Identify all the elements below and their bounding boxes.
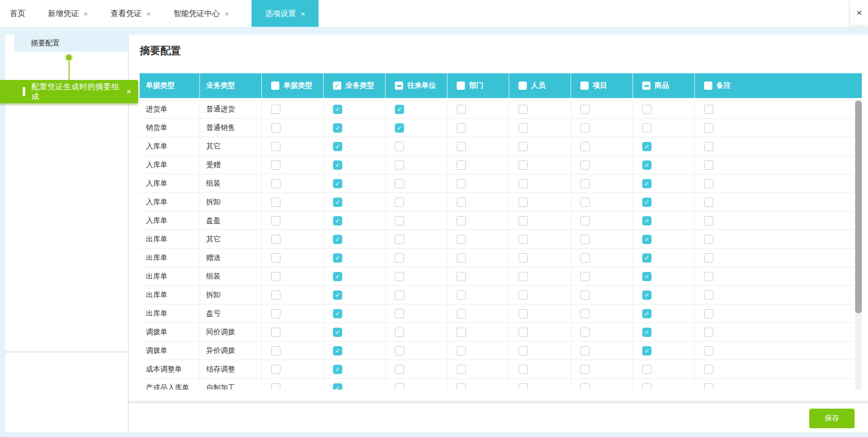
checkbox-unchecked[interactable] xyxy=(457,253,466,263)
checkbox-checked[interactable]: ✓ xyxy=(333,272,342,281)
checkbox-checked[interactable]: ✓ xyxy=(333,365,342,374)
checkbox-unchecked[interactable] xyxy=(519,142,528,151)
checkbox-unchecked[interactable] xyxy=(457,179,466,188)
checkbox-checked[interactable]: ✓ xyxy=(642,160,652,170)
checkbox-unchecked[interactable] xyxy=(580,235,590,244)
checkbox-unchecked[interactable] xyxy=(580,216,590,225)
checkbox-unchecked[interactable] xyxy=(395,309,404,318)
checkbox-unchecked[interactable] xyxy=(395,253,404,263)
checkbox-unchecked[interactable] xyxy=(580,309,590,318)
checkbox-unchecked[interactable] xyxy=(519,272,528,281)
checkbox-checked[interactable]: ✓ xyxy=(333,290,342,300)
column-select-checkbox[interactable] xyxy=(395,82,403,90)
tab-close-icon[interactable]: × xyxy=(301,9,305,18)
checkbox-unchecked[interactable] xyxy=(704,160,713,170)
checkbox-unchecked[interactable] xyxy=(519,346,528,355)
sidebar-item-summary-config[interactable]: 摘要配置 xyxy=(14,35,128,52)
checkbox-checked[interactable]: ✓ xyxy=(642,216,652,225)
checkbox-unchecked[interactable] xyxy=(271,309,280,318)
tab-close-icon[interactable]: × xyxy=(84,9,88,18)
checkbox-checked[interactable]: ✓ xyxy=(642,346,652,355)
checkbox-unchecked[interactable] xyxy=(395,179,404,188)
checkbox-checked[interactable]: ✓ xyxy=(333,160,342,170)
checkbox-checked[interactable]: ✓ xyxy=(642,235,652,244)
tooltip-close-icon[interactable]: × xyxy=(126,87,131,97)
checkbox-checked[interactable]: ✓ xyxy=(333,198,342,207)
checkbox-unchecked[interactable] xyxy=(271,290,280,300)
checkbox-unchecked[interactable] xyxy=(580,272,590,281)
checkbox-unchecked[interactable] xyxy=(395,142,404,151)
checkbox-unchecked[interactable] xyxy=(395,365,404,374)
checkbox-unchecked[interactable] xyxy=(642,383,652,390)
tab-close-icon[interactable]: × xyxy=(225,9,229,18)
checkbox-unchecked[interactable] xyxy=(580,123,590,133)
checkbox-unchecked[interactable] xyxy=(642,105,652,114)
checkbox-checked[interactable]: ✓ xyxy=(333,328,342,337)
column-select-checkbox[interactable] xyxy=(457,82,465,90)
checkbox-unchecked[interactable] xyxy=(704,309,713,318)
checkbox-unchecked[interactable] xyxy=(395,328,404,337)
checkbox-checked[interactable]: ✓ xyxy=(333,383,342,390)
checkbox-unchecked[interactable] xyxy=(457,198,466,207)
checkbox-unchecked[interactable] xyxy=(704,235,713,244)
checkbox-unchecked[interactable] xyxy=(580,142,590,151)
checkbox-checked[interactable]: ✓ xyxy=(642,272,652,281)
checkbox-unchecked[interactable] xyxy=(580,105,590,114)
checkbox-unchecked[interactable] xyxy=(457,290,466,300)
checkbox-unchecked[interactable] xyxy=(457,123,466,133)
checkbox-unchecked[interactable] xyxy=(704,383,713,390)
checkbox-unchecked[interactable] xyxy=(580,198,590,207)
checkbox-unchecked[interactable] xyxy=(580,160,590,170)
checkbox-unchecked[interactable] xyxy=(704,142,713,151)
checkbox-unchecked[interactable] xyxy=(704,123,713,133)
checkbox-checked[interactable]: ✓ xyxy=(333,123,342,133)
checkbox-unchecked[interactable] xyxy=(271,105,280,114)
tab-new-voucher[interactable]: 新增凭证× xyxy=(48,0,88,27)
checkbox-unchecked[interactable] xyxy=(457,105,466,114)
checkbox-checked[interactable]: ✓ xyxy=(333,235,342,244)
checkbox-checked[interactable]: ✓ xyxy=(395,105,404,114)
checkbox-checked[interactable]: ✓ xyxy=(642,290,652,300)
checkbox-unchecked[interactable] xyxy=(271,235,280,244)
column-select-checkbox[interactable] xyxy=(580,82,589,90)
checkbox-unchecked[interactable] xyxy=(580,179,590,188)
checkbox-unchecked[interactable] xyxy=(519,328,528,337)
window-close-button[interactable]: × xyxy=(850,0,868,25)
checkbox-unchecked[interactable] xyxy=(519,179,528,188)
checkbox-unchecked[interactable] xyxy=(704,272,713,281)
checkbox-unchecked[interactable] xyxy=(519,216,528,225)
column-select-checkbox[interactable] xyxy=(519,82,527,90)
checkbox-unchecked[interactable] xyxy=(271,123,280,133)
checkbox-checked[interactable]: ✓ xyxy=(333,142,342,151)
checkbox-unchecked[interactable] xyxy=(457,160,466,170)
checkbox-unchecked[interactable] xyxy=(704,346,713,355)
checkbox-unchecked[interactable] xyxy=(704,105,713,114)
checkbox-unchecked[interactable] xyxy=(271,383,280,390)
column-checkbox-checked[interactable]: ✓ xyxy=(333,82,341,90)
vertical-scrollbar-thumb[interactable] xyxy=(855,101,862,313)
checkbox-unchecked[interactable] xyxy=(704,216,713,225)
checkbox-unchecked[interactable] xyxy=(704,328,713,337)
checkbox-unchecked[interactable] xyxy=(704,365,713,374)
checkbox-checked[interactable]: ✓ xyxy=(642,328,652,337)
checkbox-unchecked[interactable] xyxy=(395,383,404,390)
column-select-checkbox[interactable] xyxy=(642,82,650,90)
checkbox-unchecked[interactable] xyxy=(519,123,528,133)
checkbox-checked[interactable]: ✓ xyxy=(333,346,342,355)
checkbox-unchecked[interactable] xyxy=(271,216,280,225)
checkbox-unchecked[interactable] xyxy=(704,290,713,300)
checkbox-checked[interactable]: ✓ xyxy=(333,309,342,318)
checkbox-unchecked[interactable] xyxy=(519,290,528,300)
tab-options-settings[interactable]: 选项设置× xyxy=(252,0,319,27)
checkbox-checked[interactable]: ✓ xyxy=(333,216,342,225)
checkbox-unchecked[interactable] xyxy=(519,160,528,170)
checkbox-unchecked[interactable] xyxy=(271,365,280,374)
checkbox-unchecked[interactable] xyxy=(271,198,280,207)
checkbox-unchecked[interactable] xyxy=(704,179,713,188)
checkbox-checked[interactable]: ✓ xyxy=(642,198,652,207)
checkbox-checked[interactable]: ✓ xyxy=(333,105,342,114)
tab-view-voucher[interactable]: 查看凭证× xyxy=(111,0,151,27)
checkbox-unchecked[interactable] xyxy=(580,365,590,374)
checkbox-unchecked[interactable] xyxy=(395,198,404,207)
checkbox-unchecked[interactable] xyxy=(580,383,590,390)
